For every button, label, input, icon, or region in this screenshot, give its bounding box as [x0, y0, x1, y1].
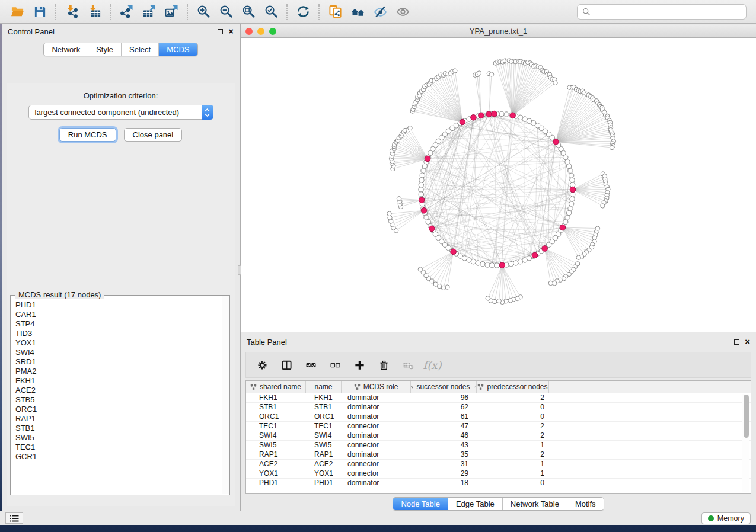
cell-predecessor-nodes[interactable]: 0: [477, 412, 549, 421]
cell-MCDS-role[interactable]: connector: [342, 460, 411, 469]
cell-predecessor-nodes[interactable]: 2: [477, 393, 549, 402]
cell-successor-nodes[interactable]: 46: [411, 431, 477, 440]
zoom-out-button[interactable]: [215, 3, 237, 21]
run-mcds-button[interactable]: Run MCDS: [59, 128, 116, 142]
table-row[interactable]: SWI5SWI5connector431: [246, 441, 751, 450]
cell-name[interactable]: TEC1: [306, 422, 342, 431]
add-column-button[interactable]: [352, 357, 367, 373]
close-panel-button[interactable]: Close panel: [124, 128, 183, 142]
cell-predecessor-nodes[interactable]: 0: [477, 403, 549, 412]
export-image-button[interactable]: [160, 3, 183, 21]
tab-style[interactable]: Style: [88, 43, 122, 56]
mcds-result-node[interactable]: TID3: [15, 329, 221, 338]
task-history-button[interactable]: [5, 512, 23, 524]
select-all-button[interactable]: [303, 357, 318, 373]
column-header-successor-nodes[interactable]: successor nodes: [411, 381, 477, 393]
cell-successor-nodes[interactable]: 96: [411, 393, 477, 402]
import-network-button[interactable]: [60, 3, 83, 21]
table-row[interactable]: TEC1TEC1connector472: [246, 422, 751, 431]
mcds-result-node[interactable]: FKH1: [15, 376, 221, 386]
open-session-button[interactable]: [6, 3, 28, 21]
cell-name[interactable]: STB1: [306, 403, 342, 412]
cell-successor-nodes[interactable]: 18: [411, 479, 477, 488]
cell-name[interactable]: ORC1: [306, 412, 342, 421]
cell-shared-name[interactable]: ORC1: [246, 412, 306, 421]
tab-network[interactable]: Network: [44, 43, 88, 56]
cell-successor-nodes[interactable]: 29: [411, 469, 477, 478]
cell-predecessor-nodes[interactable]: 2: [477, 422, 549, 431]
refresh-layout-button[interactable]: [292, 3, 314, 21]
cell-shared-name[interactable]: SWI5: [246, 441, 306, 450]
mcds-result-node[interactable]: YOX1: [15, 338, 221, 348]
mcds-result-node[interactable]: SWI5: [15, 433, 221, 443]
column-header-name[interactable]: name: [306, 381, 342, 393]
float-panel-icon[interactable]: [218, 29, 223, 34]
cell-shared-name[interactable]: TEC1: [246, 422, 306, 431]
table-row[interactable]: FKH1FKH1dominator962: [246, 393, 751, 403]
zoom-fit-button[interactable]: [237, 3, 260, 21]
deselect-all-button[interactable]: [327, 357, 343, 373]
table-row[interactable]: PHD1PHD1dominator180: [246, 479, 751, 488]
export-table-button[interactable]: [138, 3, 160, 21]
show-columns-button[interactable]: [279, 357, 294, 373]
cell-predecessor-nodes[interactable]: 2: [477, 450, 549, 459]
criterion-select[interactable]: largest connected component (undirected): [28, 105, 213, 120]
tab-select[interactable]: Select: [122, 43, 159, 56]
table-scrollbar-thumb[interactable]: [744, 395, 749, 438]
cell-predecessor-nodes[interactable]: 1: [477, 460, 549, 469]
table-tab-node-table[interactable]: Node Table: [393, 498, 448, 510]
cell-name[interactable]: ACE2: [306, 460, 342, 469]
table-row[interactable]: YOX1YOX1connector291: [246, 469, 751, 479]
table-tab-motifs[interactable]: Motifs: [567, 498, 604, 510]
mcds-result-node[interactable]: ACE2: [15, 386, 221, 395]
cell-MCDS-role[interactable]: dominator: [342, 403, 411, 412]
cell-MCDS-role[interactable]: dominator: [342, 393, 411, 402]
show-all-button[interactable]: [391, 3, 414, 21]
network-titlebar[interactable]: YPA_prune.txt_1: [241, 25, 756, 38]
cell-MCDS-role[interactable]: dominator: [342, 412, 411, 421]
mcds-result-node[interactable]: STP4: [15, 319, 221, 329]
cell-shared-name[interactable]: SWI4: [246, 431, 306, 440]
cell-shared-name[interactable]: RAP1: [246, 450, 306, 459]
mcds-result-node[interactable]: CAR1: [15, 310, 221, 319]
table-row[interactable]: SWI4SWI4dominator462: [246, 431, 751, 441]
mcds-result-node[interactable]: STB5: [15, 395, 221, 405]
export-network-button[interactable]: [115, 3, 138, 21]
cell-shared-name[interactable]: STB1: [246, 403, 306, 412]
cell-MCDS-role[interactable]: connector: [342, 422, 411, 431]
mcds-result-node[interactable]: SWI4: [15, 348, 221, 357]
result-scrollbar[interactable]: [222, 296, 229, 494]
table-tab-edge-table[interactable]: Edge Table: [448, 498, 503, 510]
first-neighbors-button[interactable]: [346, 3, 369, 21]
cell-MCDS-role[interactable]: dominator: [342, 450, 411, 459]
cell-predecessor-nodes[interactable]: 1: [477, 441, 549, 450]
table-row[interactable]: ORC1ORC1dominator610: [246, 412, 751, 422]
close-table-panel-icon[interactable]: ×: [745, 339, 750, 345]
cell-predecessor-nodes[interactable]: 2: [477, 431, 549, 440]
cell-name[interactable]: SWI5: [306, 441, 342, 450]
column-header-predecessor-nodes[interactable]: predecessor nodes: [477, 381, 549, 393]
cell-MCDS-role[interactable]: dominator: [342, 479, 411, 488]
cell-shared-name[interactable]: ACE2: [246, 460, 306, 469]
cell-name[interactable]: SWI4: [306, 431, 342, 440]
table-scrollbar[interactable]: [742, 394, 749, 492]
cell-MCDS-role[interactable]: connector: [342, 469, 411, 478]
cell-successor-nodes[interactable]: 43: [411, 441, 477, 450]
zoom-in-button[interactable]: [192, 3, 215, 21]
mcds-result-node[interactable]: GCR1: [15, 452, 221, 462]
cell-successor-nodes[interactable]: 61: [411, 412, 477, 421]
table-row[interactable]: ACE2ACE2connector311: [246, 460, 751, 469]
import-table-button[interactable]: [83, 3, 106, 21]
cell-name[interactable]: YOX1: [306, 469, 342, 478]
network-canvas[interactable]: [241, 38, 756, 332]
cell-predecessor-nodes[interactable]: 1: [477, 469, 549, 478]
search-input[interactable]: [594, 8, 741, 17]
cell-name[interactable]: FKH1: [306, 393, 342, 402]
delete-column-button[interactable]: [376, 357, 391, 373]
cell-shared-name[interactable]: FKH1: [246, 393, 306, 402]
memory-button[interactable]: Memory: [701, 512, 751, 524]
table-tab-network-table[interactable]: Network Table: [503, 498, 567, 510]
search-box[interactable]: [577, 4, 747, 20]
table-row[interactable]: STB1STB1dominator620: [246, 403, 751, 412]
cell-name[interactable]: PHD1: [306, 479, 342, 488]
